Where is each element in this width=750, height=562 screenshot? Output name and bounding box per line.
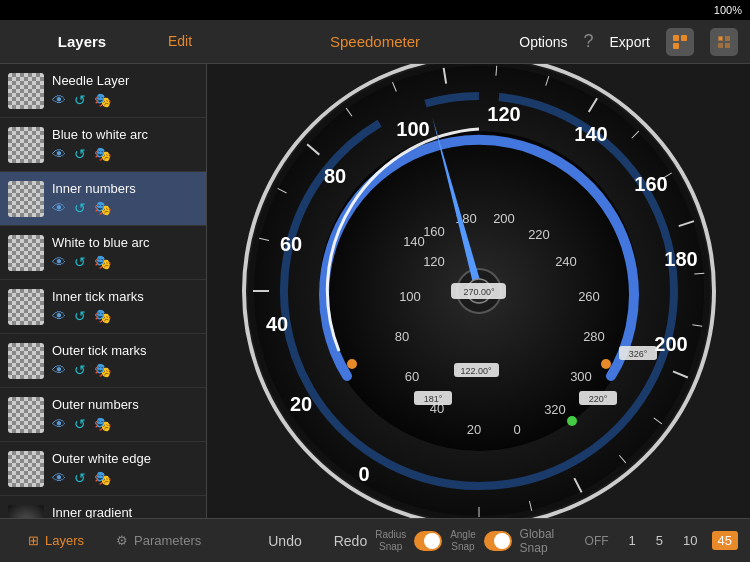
svg-text:120: 120: [423, 254, 445, 269]
refresh-icon-blue-arc[interactable]: ↺: [74, 146, 86, 162]
layer-item-inner-tick[interactable]: Inner tick marks 👁 ↺ 🎭: [0, 280, 206, 334]
mask-icon-inner-numbers[interactable]: 🎭: [94, 200, 111, 216]
snap-5[interactable]: 5: [650, 531, 669, 550]
mask-icon-outer-edge[interactable]: 🎭: [94, 470, 111, 486]
snap-45[interactable]: 45: [712, 531, 738, 550]
icon-btn-1[interactable]: [666, 28, 694, 56]
layer-name-inner-gradient: Inner gradient: [52, 505, 198, 518]
layer-item-inner-numbers[interactable]: Inner numbers 👁 ↺ 🎭: [0, 172, 206, 226]
status-bar: 100%: [0, 0, 750, 20]
mask-icon-needle[interactable]: 🎭: [94, 92, 111, 108]
canvas-area[interactable]: 0 20 40 60 80 100 120 140 160 180 200 12…: [207, 64, 750, 518]
svg-text:200: 200: [654, 333, 687, 355]
nav-bar-right: Options ? Export: [496, 28, 738, 56]
refresh-icon-inner-numbers[interactable]: ↺: [74, 200, 86, 216]
nav-bar-left: Layers Edit: [12, 33, 254, 50]
eye-icon-inner-numbers[interactable]: 👁: [52, 200, 66, 216]
layer-controls-inner-tick: 👁 ↺ 🎭: [52, 308, 198, 324]
layer-controls-blue-arc: 👁 ↺ 🎭: [52, 146, 198, 162]
svg-text:160: 160: [634, 173, 667, 195]
layer-item-outer-numbers[interactable]: Outer numbers 👁 ↺ 🎭: [0, 388, 206, 442]
bottom-toolbar: ⊞ Layers ⚙ Parameters Undo Redo RadiusSn…: [0, 518, 750, 562]
options-button[interactable]: Options: [519, 34, 567, 50]
eye-icon-inner-tick[interactable]: 👁: [52, 308, 66, 324]
svg-text:140: 140: [574, 123, 607, 145]
refresh-icon-outer-tick[interactable]: ↺: [74, 362, 86, 378]
eye-icon-outer-numbers[interactable]: 👁: [52, 416, 66, 432]
svg-text:80: 80: [394, 329, 408, 344]
speedometer-title: Speedometer: [254, 33, 496, 50]
mask-icon-outer-numbers[interactable]: 🎭: [94, 416, 111, 432]
svg-text:100: 100: [399, 289, 421, 304]
layer-name-inner-tick: Inner tick marks: [52, 289, 198, 304]
help-icon[interactable]: ?: [584, 31, 594, 52]
svg-text:60: 60: [404, 369, 418, 384]
layer-info-inner-gradient: Inner gradient 👁 ↺ 🎭: [52, 505, 198, 518]
layers-title: Layers: [12, 33, 152, 50]
edit-button[interactable]: Edit: [168, 33, 192, 50]
svg-text:20: 20: [466, 422, 480, 437]
parameters-tab[interactable]: ⚙ Parameters: [100, 527, 217, 554]
layers-tab[interactable]: ⊞ Layers: [12, 527, 100, 554]
svg-text:200: 200: [493, 211, 515, 226]
refresh-icon-inner-tick[interactable]: ↺: [74, 308, 86, 324]
layer-info-inner-numbers: Inner numbers 👁 ↺ 🎭: [52, 181, 198, 216]
svg-text:181°: 181°: [423, 394, 442, 404]
refresh-icon-needle[interactable]: ↺: [74, 92, 86, 108]
layer-info-outer-numbers: Outer numbers 👁 ↺ 🎭: [52, 397, 198, 432]
svg-text:180: 180: [664, 248, 697, 270]
radius-snap-toggle[interactable]: [414, 531, 442, 551]
svg-text:326°: 326°: [628, 349, 647, 359]
redo-button[interactable]: Redo: [326, 529, 375, 553]
eye-icon-needle[interactable]: 👁: [52, 92, 66, 108]
speedometer-svg: 0 20 40 60 80 100 120 140 160 180 200 12…: [239, 64, 719, 518]
eye-icon-white-arc[interactable]: 👁: [52, 254, 66, 270]
layer-info-blue-arc: Blue to white arc 👁 ↺ 🎭: [52, 127, 198, 162]
layer-item-inner-gradient[interactable]: Inner gradient 👁 ↺ 🎭: [0, 496, 206, 518]
layer-thumb-inner-numbers: [8, 181, 44, 217]
layer-thumb-inner-gradient: [8, 505, 44, 519]
svg-rect-2: [673, 43, 679, 49]
refresh-icon-outer-numbers[interactable]: ↺: [74, 416, 86, 432]
angle-snap-toggle[interactable]: [484, 531, 512, 551]
layer-controls-needle: 👁 ↺ 🎭: [52, 92, 198, 108]
layer-thumb-blue-arc: [8, 127, 44, 163]
layer-controls-outer-tick: 👁 ↺ 🎭: [52, 362, 198, 378]
eye-icon-outer-tick[interactable]: 👁: [52, 362, 66, 378]
svg-text:280: 280: [583, 329, 605, 344]
layer-info-white-arc: White to blue arc 👁 ↺ 🎭: [52, 235, 198, 270]
undo-redo-group: Undo Redo: [260, 529, 375, 553]
main-content: Needle Layer 👁 ↺ 🎭 Blue to white arc 👁 ↺…: [0, 64, 750, 518]
mask-icon-outer-tick[interactable]: 🎭: [94, 362, 111, 378]
layer-controls-white-arc: 👁 ↺ 🎭: [52, 254, 198, 270]
snap-off-label[interactable]: OFF: [579, 532, 615, 550]
layer-item-white-arc[interactable]: White to blue arc 👁 ↺ 🎭: [0, 226, 206, 280]
layer-controls-outer-edge: 👁 ↺ 🎭: [52, 470, 198, 486]
undo-button[interactable]: Undo: [260, 529, 309, 553]
svg-text:122.00°: 122.00°: [460, 366, 492, 376]
refresh-icon-outer-edge[interactable]: ↺: [74, 470, 86, 486]
export-button[interactable]: Export: [610, 34, 650, 50]
mask-icon-white-arc[interactable]: 🎭: [94, 254, 111, 270]
mask-icon-blue-arc[interactable]: 🎭: [94, 146, 111, 162]
layer-name-blue-arc: Blue to white arc: [52, 127, 198, 142]
snap-10[interactable]: 10: [677, 531, 703, 550]
eye-icon-outer-edge[interactable]: 👁: [52, 470, 66, 486]
layer-item-outer-tick[interactable]: Outer tick marks 👁 ↺ 🎭: [0, 334, 206, 388]
layer-item-needle[interactable]: Needle Layer 👁 ↺ 🎭: [0, 64, 206, 118]
refresh-icon-white-arc[interactable]: ↺: [74, 254, 86, 270]
snap-1[interactable]: 1: [623, 531, 642, 550]
svg-rect-3: [719, 37, 722, 40]
icon-btn-2[interactable]: [710, 28, 738, 56]
layer-item-blue-arc[interactable]: Blue to white arc 👁 ↺ 🎭: [0, 118, 206, 172]
svg-text:220°: 220°: [588, 394, 607, 404]
layer-info-outer-tick: Outer tick marks 👁 ↺ 🎭: [52, 343, 198, 378]
layer-name-needle: Needle Layer: [52, 73, 198, 88]
svg-text:120: 120: [487, 103, 520, 125]
eye-icon-blue-arc[interactable]: 👁: [52, 146, 66, 162]
svg-rect-1: [681, 35, 687, 41]
svg-text:270.00°: 270.00°: [463, 287, 495, 297]
svg-point-73: [567, 416, 577, 426]
layer-item-outer-edge[interactable]: Outer white edge 👁 ↺ 🎭: [0, 442, 206, 496]
mask-icon-inner-tick[interactable]: 🎭: [94, 308, 111, 324]
